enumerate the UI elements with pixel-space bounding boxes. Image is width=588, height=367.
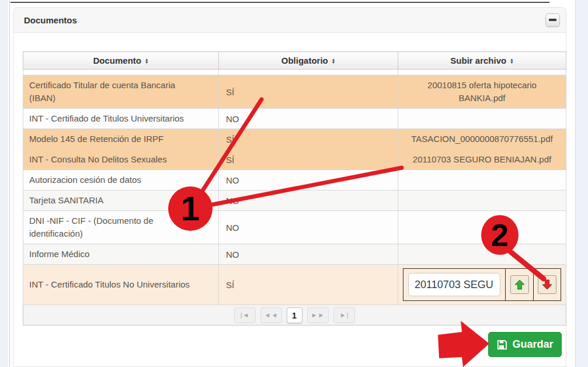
column-header-label: Subir archivo <box>450 56 506 65</box>
upload-widget <box>403 268 561 301</box>
table-row: Modelo 145 de Retención de IRPFSÍTASACIO… <box>23 129 566 150</box>
documents-table: Documento▲▼Obligatorio▲▼Subir archivo▲▼ … <box>23 51 566 326</box>
subir-archivo-cell <box>398 265 566 305</box>
column-header-inner: Subir archivo▲▼ <box>450 56 513 65</box>
collapse-panel-button[interactable] <box>545 13 560 27</box>
guardar-label: Guardar <box>512 338 553 351</box>
upload-button[interactable] <box>510 275 529 294</box>
filter-cell <box>398 70 566 75</box>
documento-cell: Informe Médico <box>23 244 219 265</box>
save-floppy-icon <box>496 340 507 350</box>
pagination-next-button[interactable]: ►► <box>307 307 329 323</box>
column-header-1[interactable]: Obligatorio▲▼ <box>219 52 398 70</box>
table-row: Certificado Titular de cuenta Bancaria (… <box>23 75 566 109</box>
sort-down-icon: ▼ <box>332 61 335 64</box>
subir-archivo-cell: 20010815 oferta hipotecario BANKIA.pdf <box>398 75 566 109</box>
subir-archivo-cell <box>398 191 566 211</box>
obligatorio-cell: NO <box>219 191 398 211</box>
sort-icon: ▲▼ <box>510 58 513 64</box>
filter-row <box>23 70 566 75</box>
left-margin-strip <box>0 0 8 367</box>
column-header-inner: Obligatorio▲▼ <box>281 56 335 65</box>
table-row: INT - Certifiado de Titulos Universitari… <box>23 109 566 129</box>
filter-cell <box>23 70 219 75</box>
obligatorio-cell: SÍ <box>219 150 398 170</box>
green-up-arrow-icon <box>514 279 526 290</box>
documento-cell: INT - Certifiado de Titulos Universitari… <box>23 109 219 129</box>
right-margin-strip <box>575 0 588 367</box>
column-header-inner: Documento▲▼ <box>93 56 149 65</box>
header-row: Documento▲▼Obligatorio▲▼Subir archivo▲▼ <box>23 52 566 70</box>
table-row: Tarjeta SANITARIANO <box>23 191 566 211</box>
subir-archivo-cell <box>398 170 566 191</box>
documento-cell: INT - Consulta No Delitos Sexuales <box>23 150 219 170</box>
download-button[interactable] <box>538 275 556 294</box>
sort-down-icon: ▼ <box>510 61 513 64</box>
minus-icon <box>549 19 556 21</box>
table-row: INT - Certificado Titulos No Universitar… <box>23 265 566 305</box>
table-row: Informe MédicoNO <box>23 244 566 265</box>
top-border-line <box>11 2 549 3</box>
pagination-page-1-button[interactable]: 1 <box>287 307 302 323</box>
upload-button-slot <box>506 269 533 300</box>
pagination-first-button[interactable]: |◄ <box>234 307 256 323</box>
obligatorio-cell: NO <box>219 211 398 244</box>
subir-archivo-cell <box>398 211 566 244</box>
upload-filename-slot <box>403 269 506 300</box>
column-header-0[interactable]: Documento▲▼ <box>23 52 219 70</box>
pagination: |◄◄◄1►►►| <box>23 307 566 323</box>
table-header: Documento▲▼Obligatorio▲▼Subir archivo▲▼ <box>23 52 566 75</box>
column-header-2[interactable]: Subir archivo▲▼ <box>398 52 566 70</box>
subir-archivo-cell <box>398 109 566 129</box>
panel-header: Documentos <box>13 8 566 33</box>
subir-archivo-cell: 20110703 SEGURO BENIAJAN.pdf <box>398 150 566 170</box>
page: Documentos Documento▲▼Obligatorio▲▼Subir… <box>0 0 588 367</box>
obligatorio-cell: NO <box>219 170 398 191</box>
pagination-last-button[interactable]: ►| <box>333 307 355 323</box>
table-row: Autorizacion cesión de datosNO <box>23 170 566 191</box>
document-table-body: Certificado Titular de cuenta Bancaria (… <box>23 75 566 305</box>
obligatorio-cell: NO <box>219 109 398 129</box>
documento-cell: Autorizacion cesión de datos <box>23 170 219 191</box>
pagination-row: |◄◄◄1►►►| <box>23 305 566 326</box>
documento-cell: Certificado Titular de cuenta Bancaria (… <box>23 75 219 109</box>
column-header-label: Documento <box>93 56 142 65</box>
sort-down-icon: ▼ <box>145 61 148 64</box>
left-divider-line <box>9 0 10 367</box>
upload-filename-input[interactable] <box>408 273 500 296</box>
obligatorio-cell: SÍ <box>219 129 398 150</box>
documento-cell: Modelo 145 de Retención de IRPF <box>23 129 219 150</box>
sort-icon: ▲▼ <box>332 58 335 64</box>
obligatorio-cell: SÍ <box>219 75 398 109</box>
obligatorio-cell: NO <box>219 244 398 265</box>
guardar-button[interactable]: Guardar <box>488 332 562 357</box>
documento-cell: DNI -NIF - CIF - (Documento de identific… <box>23 211 219 244</box>
pagination-cell: |◄◄◄1►►►| <box>23 305 566 326</box>
table-row: INT - Consulta No Delitos SexualesSÍ2011… <box>23 150 566 170</box>
table-row: DNI -NIF - CIF - (Documento de identific… <box>23 211 566 244</box>
obligatorio-cell: SÍ <box>219 265 398 305</box>
subir-archivo-cell <box>398 244 566 265</box>
download-button-slot <box>533 269 561 300</box>
panel-title: Documentos <box>24 15 545 25</box>
filter-cell <box>219 70 398 75</box>
documento-cell: Tarjeta SANITARIA <box>23 191 219 211</box>
pagination-prev-button[interactable]: ◄◄ <box>260 307 282 323</box>
red-down-arrow-icon <box>541 279 553 290</box>
documento-cell: INT - Certificado Titulos No Universitar… <box>23 265 219 305</box>
subir-archivo-cell: TASACION_0000000870776551.pdf <box>398 129 566 150</box>
sort-icon: ▲▼ <box>145 58 148 64</box>
column-header-label: Obligatorio <box>281 56 328 65</box>
documentos-panel: Documentos Documento▲▼Obligatorio▲▼Subir… <box>13 7 566 367</box>
